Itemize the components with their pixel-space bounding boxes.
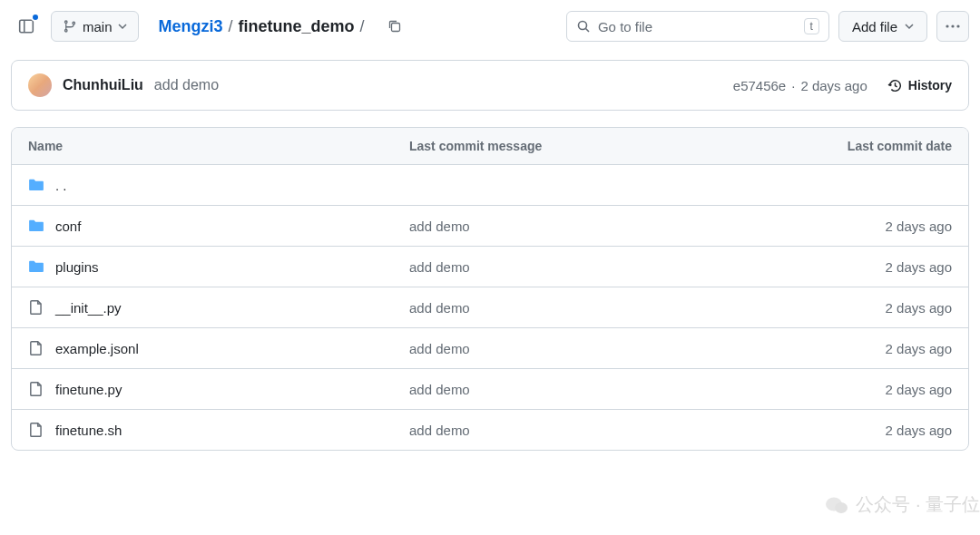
folder-icon [28, 258, 44, 275]
more-options-button[interactable] [936, 11, 969, 42]
history-icon [887, 78, 903, 93]
folder-icon [28, 218, 44, 234]
file-name-link[interactable]: finetune.py [55, 382, 122, 397]
table-header: Name Last commit message Last commit dat… [12, 128, 968, 165]
copy-icon [387, 19, 402, 34]
row-commit-message[interactable]: add demo [409, 300, 470, 316]
commit-message[interactable]: add demo [154, 77, 219, 93]
row-commit-date: 2 days ago [886, 341, 952, 356]
file-list-table: Name Last commit message Last commit dat… [11, 127, 969, 451]
row-commit-message[interactable]: add demo [409, 423, 470, 438]
file-name-link[interactable]: conf [55, 219, 81, 234]
row-commit-date: 2 days ago [886, 219, 952, 234]
table-row: pluginsadd demo2 days ago [12, 246, 968, 287]
branch-name: main [83, 19, 113, 34]
file-name-link[interactable]: finetune.sh [55, 423, 122, 438]
file-name-link[interactable]: plugins [55, 259, 99, 275]
file-icon [28, 340, 44, 356]
svg-line-4 [585, 29, 589, 33]
row-commit-date: 2 days ago [886, 259, 952, 275]
row-commit-date: 2 days ago [886, 300, 952, 316]
toggle-file-tree-button[interactable] [11, 11, 42, 42]
table-row: finetune.pyadd demo2 days ago [12, 368, 968, 409]
search-input[interactable] [598, 19, 797, 34]
breadcrumb-separator: / [225, 17, 237, 36]
table-row: confadd demo2 days ago [12, 205, 968, 246]
file-icon [28, 422, 44, 438]
svg-point-7 [956, 24, 959, 27]
breadcrumb-current: finetune_demo [239, 17, 355, 36]
search-kbd-hint: t [804, 18, 819, 34]
col-header-date: Last commit date [787, 128, 968, 164]
row-commit-message[interactable]: add demo [409, 259, 470, 275]
parent-directory-row[interactable]: . . [12, 165, 968, 205]
commit-author[interactable]: ChunhuiLiu [63, 77, 143, 93]
table-row: example.jsonladd demo2 days ago [12, 327, 968, 368]
svg-point-5 [946, 24, 948, 27]
search-icon [576, 19, 591, 34]
go-to-file-search[interactable]: t [566, 11, 829, 42]
row-commit-message[interactable]: add demo [409, 219, 470, 234]
col-header-message: Last commit message [393, 128, 787, 164]
row-commit-date: 2 days ago [886, 423, 952, 438]
history-button[interactable]: History [887, 78, 952, 93]
file-icon [28, 299, 44, 316]
commit-date: 2 days ago [800, 78, 867, 93]
notification-dot-icon [31, 13, 40, 22]
avatar[interactable] [28, 73, 52, 97]
history-label: History [908, 78, 952, 92]
caret-down-icon [118, 22, 127, 31]
svg-point-3 [578, 22, 586, 30]
folder-icon [28, 177, 44, 193]
file-icon [28, 381, 44, 397]
svg-point-6 [951, 24, 954, 27]
git-branch-icon [63, 19, 77, 34]
breadcrumb-separator: / [357, 17, 368, 36]
up-dir-label[interactable]: . . [55, 178, 67, 193]
svg-rect-0 [20, 20, 34, 33]
add-file-label: Add file [852, 19, 897, 34]
row-commit-date: 2 days ago [886, 382, 952, 397]
file-name-link[interactable]: __init__.py [55, 300, 122, 316]
table-row: finetune.shadd demo2 days ago [12, 409, 968, 450]
commit-sha[interactable]: e57456e [733, 78, 786, 93]
latest-commit-box: ChunhuiLiu add demo e57456e · 2 days ago… [11, 60, 969, 111]
col-header-name: Name [12, 128, 393, 164]
copy-path-button[interactable] [381, 13, 408, 40]
table-row: __init__.pyadd demo2 days ago [12, 287, 968, 327]
svg-rect-2 [391, 24, 399, 32]
breadcrumb-repo-link[interactable]: Mengzi3 [159, 17, 223, 36]
file-name-link[interactable]: example.jsonl [55, 341, 139, 356]
branch-select-button[interactable]: main [51, 11, 139, 42]
row-commit-message[interactable]: add demo [409, 341, 470, 356]
top-toolbar: main Mengzi3 / finetune_demo / t Add fil… [11, 11, 969, 42]
breadcrumb: Mengzi3 / finetune_demo / [159, 17, 368, 36]
add-file-button[interactable]: Add file [838, 11, 927, 42]
kebab-icon [946, 24, 960, 28]
caret-down-icon [905, 22, 914, 31]
row-commit-message[interactable]: add demo [409, 382, 470, 397]
